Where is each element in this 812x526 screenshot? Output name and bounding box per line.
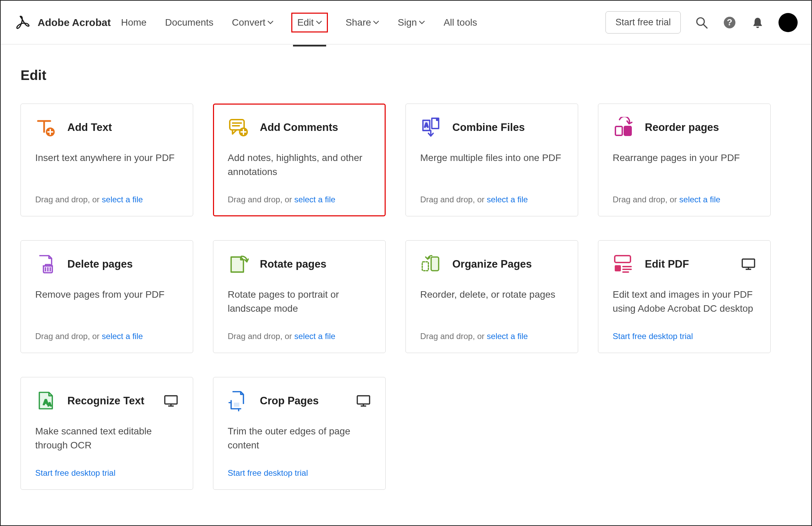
svg-rect-19 <box>357 396 370 404</box>
main-nav: Home Documents Convert Edit Share Sign <box>120 13 478 32</box>
select-file-link[interactable]: select a file <box>102 195 143 204</box>
page-main: Edit Add Text Insert text anywhere in yo… <box>1 44 811 513</box>
card-drop-hint: Drag and drop, or select a file <box>35 323 178 341</box>
select-file-link[interactable]: select a file <box>487 332 528 341</box>
rotate-pages-icon <box>228 254 249 275</box>
card-delete-pages[interactable]: Delete pages Remove pages from your PDF … <box>21 240 193 353</box>
card-desc: Rotate pages to portrait or landscape mo… <box>228 288 371 315</box>
svg-text:?: ? <box>727 17 732 27</box>
reorder-pages-icon <box>613 117 634 138</box>
card-title: Rotate pages <box>260 258 327 270</box>
app-header: Adobe Acrobat Home Documents Convert Edi… <box>1 1 811 44</box>
select-file-link[interactable]: select a file <box>487 195 528 204</box>
start-desktop-trial-link[interactable]: Start free desktop trial <box>228 459 371 478</box>
card-edit-pdf[interactable]: Edit PDF Edit text and images in your PD… <box>598 240 771 353</box>
desktop-icon <box>163 394 178 407</box>
add-comments-icon <box>228 117 249 138</box>
desktop-icon <box>741 258 756 271</box>
card-desc: Edit text and images in your PDF using A… <box>613 288 756 315</box>
card-recognize-text[interactable]: A A Recognize Text Make scanned text edi… <box>21 377 193 490</box>
organize-pages-icon <box>420 254 441 275</box>
nav-documents[interactable]: Documents <box>164 14 214 31</box>
svg-text:A: A <box>424 122 428 128</box>
chevron-down-icon <box>316 21 322 25</box>
start-desktop-trial-link[interactable]: Start free desktop trial <box>613 323 756 341</box>
svg-rect-7 <box>615 126 622 135</box>
select-file-link[interactable]: select a file <box>294 195 335 204</box>
brand-name: Adobe Acrobat <box>38 17 111 28</box>
nav-share[interactable]: Share <box>345 14 380 31</box>
card-add-comments[interactable]: Add Comments Add notes, highlights, and … <box>213 104 386 216</box>
card-title: Combine Files <box>452 121 525 134</box>
header-actions: Start free trial ? <box>605 11 798 33</box>
svg-text:A: A <box>48 402 51 407</box>
svg-rect-17 <box>165 396 177 404</box>
desktop-icon <box>356 394 371 407</box>
card-title: Add Text <box>67 121 112 134</box>
nav-edit-label: Edit <box>297 17 314 28</box>
nav-sign[interactable]: Sign <box>397 14 426 31</box>
chevron-down-icon <box>267 21 274 25</box>
edit-pdf-icon <box>613 254 634 275</box>
card-add-text[interactable]: Add Text Insert text anywhere in your PD… <box>21 104 193 216</box>
card-desc: Add notes, highlights, and other annotat… <box>228 151 371 179</box>
svg-rect-12 <box>615 256 630 262</box>
card-desc: Trim the outer edges of page content <box>228 424 371 452</box>
nav-home[interactable]: Home <box>120 14 147 31</box>
page-title: Edit <box>21 68 791 83</box>
recognize-text-icon: A A <box>35 390 56 412</box>
nav-edit[interactable]: Edit <box>291 13 328 32</box>
avatar[interactable] <box>778 13 798 32</box>
search-icon[interactable] <box>694 15 709 30</box>
drop-prefix: Drag and drop, or <box>420 332 487 341</box>
nav-documents-label: Documents <box>165 17 214 28</box>
card-title: Add Comments <box>260 121 338 134</box>
drop-prefix: Drag and drop, or <box>228 332 294 341</box>
card-drop-hint: Drag and drop, or select a file <box>613 186 756 204</box>
drop-prefix: Drag and drop, or <box>35 195 102 204</box>
start-free-trial-button[interactable]: Start free trial <box>605 11 681 33</box>
delete-pages-icon <box>35 254 56 275</box>
add-text-icon <box>35 117 56 138</box>
notifications-icon[interactable] <box>750 15 765 30</box>
drop-prefix: Drag and drop, or <box>613 195 679 204</box>
card-combine-files[interactable]: A Combine Files Merge multiple files int… <box>405 104 578 216</box>
svg-rect-8 <box>624 126 631 135</box>
card-drop-hint: Drag and drop, or select a file <box>420 186 563 204</box>
card-rotate-pages[interactable]: Rotate pages Rotate pages to portrait or… <box>213 240 386 353</box>
nav-all-tools[interactable]: All tools <box>443 14 478 31</box>
nav-sign-label: Sign <box>398 17 417 28</box>
brand-block: Adobe Acrobat <box>14 14 120 31</box>
card-drop-hint: Drag and drop, or select a file <box>35 186 178 204</box>
card-title: Recognize Text <box>67 395 144 407</box>
card-crop-pages[interactable]: Crop Pages Trim the outer edges of page … <box>213 377 386 490</box>
drop-prefix: Drag and drop, or <box>228 195 294 204</box>
card-title: Delete pages <box>67 258 133 270</box>
help-icon[interactable]: ? <box>722 15 737 30</box>
svg-rect-14 <box>742 259 755 267</box>
svg-rect-11 <box>422 262 428 271</box>
card-desc: Merge multiple files into one PDF <box>420 151 563 165</box>
crop-pages-icon <box>228 390 249 412</box>
select-file-link[interactable]: select a file <box>294 332 335 341</box>
chevron-down-icon <box>419 21 425 25</box>
combine-files-icon: A <box>420 117 441 138</box>
start-desktop-trial-link[interactable]: Start free desktop trial <box>35 459 178 478</box>
card-desc: Remove pages from your PDF <box>35 288 178 302</box>
nav-share-label: Share <box>346 17 371 28</box>
card-title: Organize Pages <box>452 258 532 270</box>
card-organize-pages[interactable]: Organize Pages Reorder, delete, or rotat… <box>405 240 578 353</box>
drop-prefix: Drag and drop, or <box>420 195 487 204</box>
card-drop-hint: Drag and drop, or select a file <box>420 323 563 341</box>
nav-convert-label: Convert <box>232 17 265 28</box>
select-file-link[interactable]: select a file <box>102 332 143 341</box>
card-title: Reorder pages <box>645 121 719 134</box>
drop-prefix: Drag and drop, or <box>35 332 102 341</box>
card-desc: Rearrange pages in your PDF <box>613 151 756 165</box>
card-reorder-pages[interactable]: Reorder pages Rearrange pages in your PD… <box>598 104 771 216</box>
card-desc: Reorder, delete, or rotate pages <box>420 288 563 302</box>
select-file-link[interactable]: select a file <box>679 195 720 204</box>
nav-convert[interactable]: Convert <box>231 14 274 31</box>
card-drop-hint: Drag and drop, or select a file <box>228 186 371 204</box>
card-desc: Insert text anywhere in your PDF <box>35 151 178 165</box>
